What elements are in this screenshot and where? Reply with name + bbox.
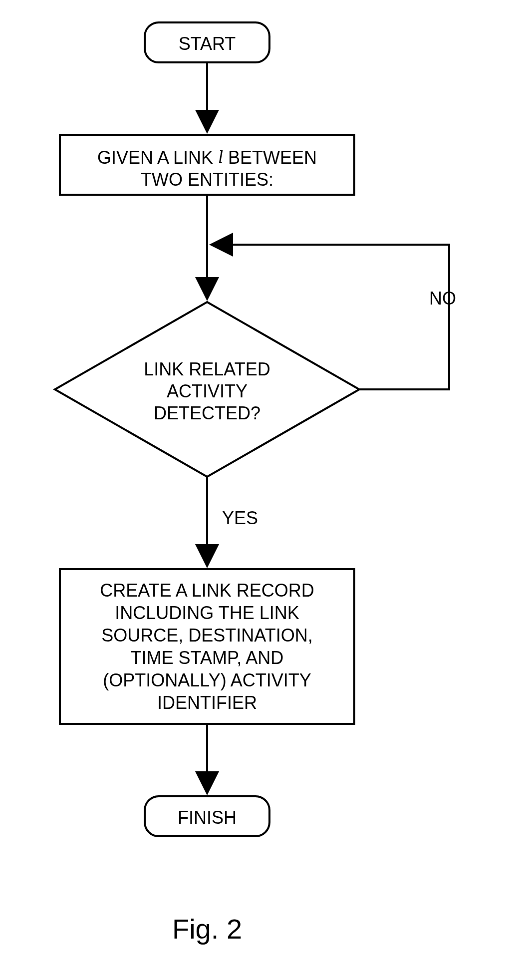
given-text-line2: TWO ENTITIES: xyxy=(141,169,273,190)
process-line2: INCLUDING THE LINK xyxy=(115,603,299,623)
start-label: START xyxy=(179,33,236,54)
process-line3: SOURCE, DESTINATION, xyxy=(101,625,312,646)
finish-label: FINISH xyxy=(178,807,237,828)
no-label: NO xyxy=(429,288,456,309)
process-line5: (OPTIONALLY) ACTIVITY xyxy=(103,670,311,690)
decision-text-line2: ACTIVITY xyxy=(167,381,248,401)
flowchart-diagram: START GIVEN A LINK l BETWEEN TWO ENTITIE… xyxy=(0,0,514,980)
process-line4: TIME STAMP, AND xyxy=(131,648,284,668)
given-text-line1: GIVEN A LINK l BETWEEN xyxy=(97,147,317,167)
process-line1: CREATE A LINK RECORD xyxy=(100,580,314,601)
decision-text-line1: LINK RELATED xyxy=(144,359,270,379)
figure-caption: Fig. 2 xyxy=(172,913,242,945)
yes-label: YES xyxy=(222,508,258,528)
process-line6: IDENTIFIER xyxy=(157,692,257,713)
decision-text-line3: DETECTED? xyxy=(154,403,260,423)
